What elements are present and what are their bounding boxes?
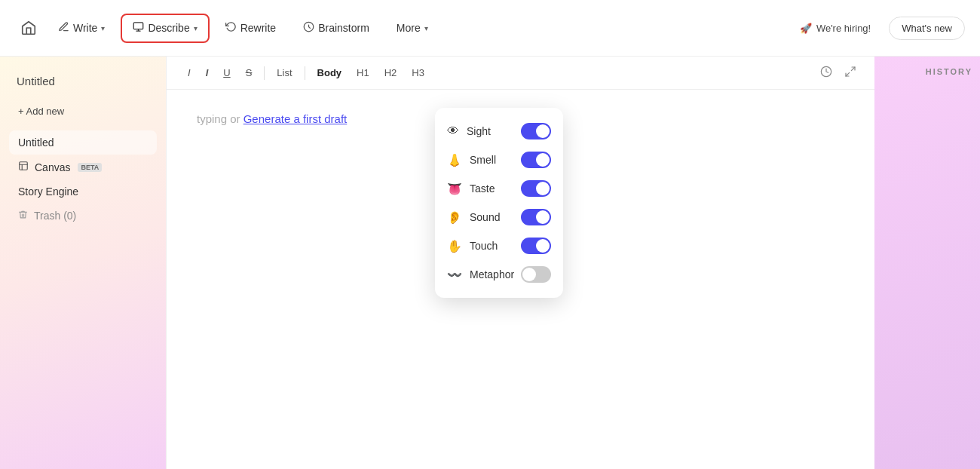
add-new-button[interactable]: + Add new (9, 100, 157, 123)
toolbar-bold-italic[interactable]: I (200, 64, 215, 81)
sidebar: Untitled + Add new Untitled Canvas BETA … (0, 57, 166, 469)
expand-icon-btn[interactable] (841, 63, 859, 83)
brainstorm-label: Brainstorm (318, 22, 369, 34)
whats-new-label: What's new (902, 23, 952, 34)
smell-icon: 👃 (447, 153, 462, 167)
history-icon-btn[interactable] (817, 63, 835, 83)
beta-badge: BETA (78, 163, 102, 172)
sight-icon: 👁 (447, 124, 459, 138)
svg-line-5 (846, 72, 850, 76)
sound-toggle[interactable] (521, 209, 551, 225)
toolbar-h3[interactable]: H3 (406, 64, 430, 81)
metaphor-label: Metaphor (470, 268, 514, 280)
sound-icon: 👂 (447, 210, 462, 225)
editor-area: I I U S List Body H1 H2 (166, 57, 874, 469)
toolbar-strikethrough[interactable]: S (240, 64, 259, 81)
home-icon[interactable] (15, 14, 42, 41)
smell-toggle[interactable] (521, 152, 551, 168)
describe-icon (133, 21, 144, 35)
more-label: More (397, 22, 421, 34)
rewrite-label: Rewrite (240, 22, 276, 34)
toolbar-h1[interactable]: H1 (351, 64, 375, 81)
sidebar-title: Untitled (9, 69, 157, 93)
metaphor-icon: 〰️ (447, 268, 462, 282)
canvas-icon (18, 161, 29, 173)
toolbar-italic[interactable]: I (182, 64, 197, 81)
dropdown-item-sound[interactable]: 👂 Sound (435, 203, 563, 231)
taste-icon: 👅 (447, 182, 462, 196)
dropdown-item-metaphor[interactable]: 〰️ Metaphor (435, 260, 563, 289)
trash-icon (18, 210, 28, 222)
main-content: Untitled + Add new Untitled Canvas BETA … (0, 57, 980, 469)
taste-toggle[interactable] (521, 180, 551, 197)
rocket-icon: 🚀 (800, 23, 812, 34)
sidebar-item-canvas-label: Canvas (35, 161, 70, 173)
topbar-right: 🚀 We're hiring! What's new (789, 17, 965, 40)
sidebar-item-trash-label: Trash (0) (34, 210, 76, 222)
sidebar-item-story-engine[interactable]: Story Engine (9, 179, 157, 204)
svg-rect-0 (134, 22, 144, 29)
sidebar-item-untitled[interactable]: Untitled (9, 130, 157, 155)
more-chevron: ▾ (424, 24, 428, 32)
describe-button[interactable]: Describe ▾ (121, 14, 209, 43)
editor-toolbar: I I U S List Body H1 H2 (167, 57, 874, 90)
sound-label: Sound (470, 211, 500, 223)
touch-icon: ✋ (447, 239, 462, 253)
dropdown-item-smell[interactable]: 👃 Smell (435, 146, 563, 174)
write-button[interactable]: Write ▾ (47, 14, 116, 42)
sidebar-item-untitled-label: Untitled (18, 136, 54, 149)
toolbar-list[interactable]: List (271, 64, 298, 81)
describe-dropdown: 👁 Sight 👃 Smell 👅 Taste (435, 108, 563, 298)
dropdown-item-taste[interactable]: 👅 Taste (435, 174, 563, 203)
touch-label: Touch (470, 240, 498, 252)
toolbar-underline[interactable]: U (217, 64, 236, 81)
brainstorm-button[interactable]: Brainstorm (292, 14, 381, 42)
brainstorm-icon (303, 21, 314, 35)
history-label: HISTORY (926, 67, 972, 76)
dropdown-item-touch[interactable]: ✋ Touch (435, 231, 563, 260)
sidebar-item-canvas[interactable]: Canvas BETA (9, 155, 157, 179)
whats-new-button[interactable]: What's new (889, 17, 965, 40)
sidebar-item-story-engine-label: Story Engine (18, 185, 78, 198)
toolbar-body[interactable]: Body (311, 64, 348, 81)
more-button[interactable]: More ▾ (385, 15, 439, 41)
hiring-button[interactable]: 🚀 We're hiring! (789, 17, 881, 39)
editor-placeholder: typing or (197, 112, 243, 125)
svg-rect-2 (20, 162, 28, 170)
generate-link[interactable]: Generate a first draft (243, 112, 348, 125)
topbar-left: Write ▾ Describe ▾ Rewrite Brainstorm (15, 14, 439, 43)
write-chevron: ▾ (101, 24, 105, 32)
metaphor-toggle[interactable] (521, 266, 551, 283)
toolbar-separator-2 (305, 66, 305, 80)
hiring-label: We're hiring! (816, 23, 871, 34)
sidebar-item-trash[interactable]: Trash (0) (9, 204, 157, 228)
touch-toggle[interactable] (521, 238, 551, 254)
add-new-label: + Add new (18, 106, 64, 117)
write-icon (58, 21, 69, 35)
topbar: Write ▾ Describe ▾ Rewrite Brainstorm (0, 0, 980, 57)
dropdown-item-sight[interactable]: 👁 Sight (435, 117, 563, 146)
taste-label: Taste (470, 182, 495, 195)
svg-line-4 (851, 67, 855, 71)
toolbar-right-actions (817, 63, 859, 83)
rewrite-icon (225, 21, 237, 35)
right-panel: HISTORY (874, 57, 980, 469)
toolbar-h2[interactable]: H2 (378, 64, 403, 81)
sight-label: Sight (467, 125, 491, 137)
describe-label: Describe (148, 22, 189, 34)
smell-label: Smell (470, 154, 496, 166)
describe-chevron: ▾ (194, 24, 198, 32)
rewrite-button[interactable]: Rewrite (214, 14, 287, 42)
write-label: Write (73, 22, 97, 34)
sight-toggle[interactable] (521, 123, 551, 139)
toolbar-separator (264, 66, 265, 80)
